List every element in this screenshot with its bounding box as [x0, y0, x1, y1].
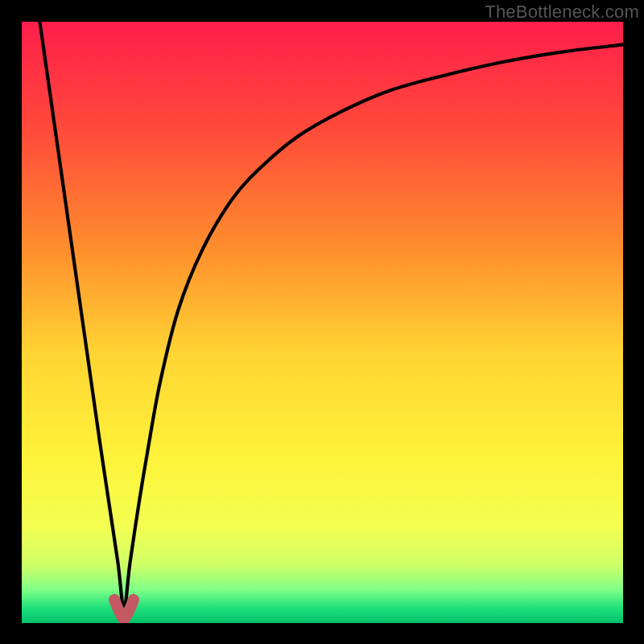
chart-container: TheBottleneck.com [0, 0, 644, 644]
plot-area [22, 22, 623, 623]
watermark-text: TheBottleneck.com [485, 2, 639, 23]
chart-svg [0, 0, 644, 644]
